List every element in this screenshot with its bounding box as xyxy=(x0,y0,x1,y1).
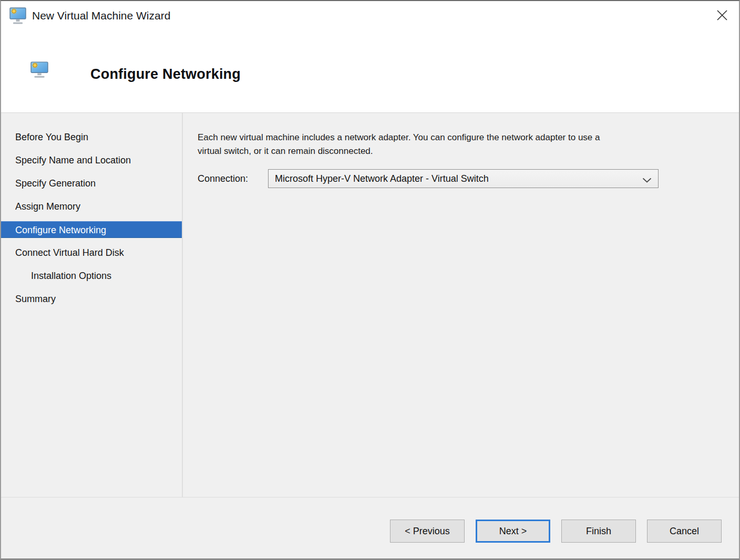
connection-selected-value: Microsoft Hyper-V Network Adapter - Virt… xyxy=(275,173,642,184)
sidebar-item-configure-networking: Configure Networking xyxy=(1,221,182,238)
sidebar-item-summary: Summary xyxy=(1,291,182,307)
sidebar-item-before-you-begin: Before You Begin xyxy=(1,129,182,146)
button-bar: < Previous Next > Finish Cancel xyxy=(1,497,739,558)
chevron-down-icon xyxy=(642,176,652,182)
page-content: Each new virtual machine includes a netw… xyxy=(183,113,739,498)
window-title: New Virtual Machine Wizard xyxy=(32,9,170,22)
finish-button[interactable]: Finish xyxy=(561,520,636,543)
wizard-steps-sidebar: Before You Begin Specify Name and Locati… xyxy=(1,113,183,498)
sidebar-item-installation-options: Installation Options xyxy=(1,267,182,284)
vm-monitor-icon-small xyxy=(30,61,48,79)
title-bar: New Virtual Machine Wizard xyxy=(1,1,739,30)
new-vm-wizard-window: New Virtual Machine Wizard xyxy=(0,0,740,560)
close-button[interactable] xyxy=(711,4,734,26)
sidebar-item-assign-memory: Assign Memory xyxy=(1,198,182,215)
sidebar-item-specify-generation: Specify Generation xyxy=(1,175,182,192)
page-title: Configure Networking xyxy=(90,66,241,82)
wizard-header: Configure Networking xyxy=(1,30,739,112)
connection-dropdown[interactable]: Microsoft Hyper-V Network Adapter - Virt… xyxy=(268,169,659,188)
connection-row: Connection: Microsoft Hyper-V Network Ad… xyxy=(198,169,719,188)
connection-label: Connection: xyxy=(198,173,268,184)
wizard-body: Before You Begin Specify Name and Locati… xyxy=(1,112,739,498)
cancel-button[interactable]: Cancel xyxy=(647,520,722,543)
description-text: Each new virtual machine includes a netw… xyxy=(198,131,719,158)
vm-monitor-icon xyxy=(9,7,26,26)
sidebar-item-specify-name-and-location: Specify Name and Location xyxy=(1,152,182,169)
previous-button[interactable]: < Previous xyxy=(390,520,465,543)
next-button[interactable]: Next > xyxy=(476,520,550,543)
sidebar-item-connect-virtual-hard-disk: Connect Virtual Hard Disk xyxy=(1,244,182,261)
